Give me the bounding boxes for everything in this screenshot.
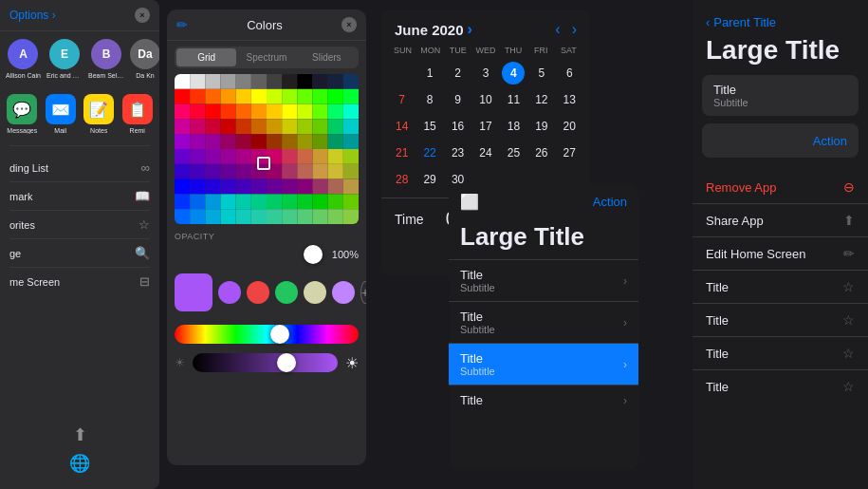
app-messages[interactable]: 💬 Messages	[6, 94, 39, 134]
nav-title-2-label: Title	[706, 313, 729, 328]
day-sat: SAT	[555, 44, 582, 57]
cal-day-15[interactable]: 15	[418, 115, 441, 138]
cal-day-17[interactable]: 17	[474, 115, 497, 138]
hue-thumb	[270, 325, 289, 344]
app-reminders[interactable]: 📋 Remi	[121, 94, 155, 134]
month-label: June 2020	[395, 22, 464, 38]
home-header: Options › ×	[0, 0, 159, 31]
app-mail[interactable]: ✉️ Mail	[45, 94, 78, 134]
nav-menu-item-title-1[interactable]: Title ☆	[693, 271, 868, 304]
options-button[interactable]: Options ›	[9, 9, 56, 22]
bottom-icon-2[interactable]: 🌐	[69, 453, 90, 474]
cal-day-25[interactable]: 25	[502, 141, 525, 164]
cal-day-23[interactable]: 23	[447, 141, 470, 164]
cal-day-9[interactable]: 9	[447, 88, 470, 111]
color-grid[interactable]	[175, 74, 359, 224]
cal-day-1[interactable]: 1	[418, 62, 441, 85]
cal-day-22[interactable]: 22	[418, 141, 441, 164]
list-item-page[interactable]: ge 🔍	[9, 239, 150, 268]
list-row-4[interactable]: Title ›	[449, 385, 638, 415]
swatch-light-purple[interactable]	[332, 281, 355, 304]
hue-slider-track[interactable]	[175, 325, 359, 344]
cal-day-26[interactable]: 26	[530, 141, 553, 164]
colors-close-button[interactable]: ×	[342, 17, 357, 32]
cal-day-27[interactable]: 27	[558, 141, 581, 164]
add-swatch-button[interactable]: +	[360, 281, 366, 304]
contact-allison[interactable]: A Allison Cain	[6, 39, 41, 79]
opacity-slider-track[interactable]	[175, 245, 323, 264]
cal-day-14[interactable]: 14	[391, 115, 414, 138]
list-action-button[interactable]: Action	[593, 195, 627, 209]
nav-action-button[interactable]: Action	[813, 134, 847, 148]
cal-day-10[interactable]: 10	[474, 88, 497, 111]
cal-day-13[interactable]: 13	[558, 88, 581, 111]
cal-day-2[interactable]: 2	[447, 62, 470, 85]
nav-title-3-label: Title	[706, 347, 729, 361]
cal-day-19[interactable]: 19	[530, 115, 553, 138]
breadcrumb-chevron-icon: ‹	[706, 15, 710, 29]
breadcrumb[interactable]: ‹ Parent Title	[693, 0, 868, 33]
nav-menu-item-edit[interactable]: Edit Home Screen ✏	[693, 237, 868, 271]
list-item-bookmark[interactable]: mark 📖	[9, 182, 150, 211]
tab-spectrum[interactable]: Spectrum	[236, 48, 296, 66]
colors-close-icon: ×	[346, 20, 351, 29]
home-close-button[interactable]: ×	[135, 8, 150, 23]
reminders-icon: 📋	[122, 94, 153, 124]
next-month-button[interactable]: ›	[572, 21, 577, 38]
swatch-tan[interactable]	[304, 281, 326, 304]
cal-day-20[interactable]: 20	[558, 115, 581, 138]
list-item-favorites[interactable]: orites ☆	[9, 211, 150, 239]
nav-menu-item-share[interactable]: Share App ⬆	[693, 204, 868, 237]
cal-day-11[interactable]: 11	[502, 88, 525, 111]
prev-month-button[interactable]: ‹	[555, 21, 560, 38]
nav-title-1-icon: ☆	[842, 279, 855, 294]
cal-day-4[interactable]: 4	[502, 62, 525, 85]
contact-beam[interactable]: B Beam Sellaudom	[88, 39, 124, 79]
month-expand-icon[interactable]: ›	[468, 21, 472, 38]
nav-action-row: Action	[702, 123, 859, 158]
nav-menu-item-remove[interactable]: Remove App ⊖	[693, 171, 868, 204]
cal-day-8[interactable]: 8	[418, 88, 441, 111]
nav-menu-item-title-3[interactable]: Title ☆	[693, 337, 868, 370]
cal-day-21[interactable]: 21	[391, 141, 414, 164]
cal-day-16[interactable]: 16	[447, 115, 470, 138]
list-item-homescreen[interactable]: me Screen ⊟	[9, 268, 150, 295]
nav-menu-item-title-4[interactable]: Title ☆	[693, 370, 868, 403]
list-row-1[interactable]: Title Subtitle ›	[449, 259, 638, 301]
contact-eric[interactable]: E Eric and Stella	[46, 39, 83, 79]
contact-da[interactable]: Da Da Kn	[130, 39, 159, 79]
swatch-purple[interactable]	[218, 281, 241, 304]
list-row-2-chevron: ›	[623, 316, 627, 329]
cal-day-18[interactable]: 18	[502, 115, 525, 138]
cal-day-24[interactable]: 24	[474, 141, 497, 164]
list-row-3[interactable]: Title Subtitle ›	[449, 343, 638, 385]
list-row-2[interactable]: Title Subtitle ›	[449, 301, 638, 343]
list-item-reading[interactable]: ding List ∞	[9, 154, 150, 182]
bottom-icon-1[interactable]: ⬆	[73, 424, 87, 445]
contact-allison-label: Allison Cain	[6, 72, 41, 79]
list-row-1-title: Title	[460, 268, 495, 282]
cal-day-12[interactable]: 12	[530, 88, 553, 111]
swatch-red[interactable]	[247, 281, 269, 304]
tab-sliders[interactable]: Sliders	[297, 48, 357, 66]
brightness-slider-track[interactable]	[193, 353, 338, 372]
sun-large-icon: ☀	[345, 354, 359, 372]
swatch-green[interactable]	[275, 281, 298, 304]
cal-day-5[interactable]: 5	[530, 62, 553, 85]
share-app-icon: ⬆	[843, 213, 855, 228]
app-notes[interactable]: 📝 Notes	[83, 94, 116, 134]
cal-day-6[interactable]: 6	[558, 62, 581, 85]
nav-menu-item-title-2[interactable]: Title ☆	[693, 304, 868, 337]
cal-day-3[interactable]: 3	[474, 62, 497, 85]
brightness-section: ☀ ☀	[167, 348, 366, 378]
calendar-header: June 2020 › ‹ ›	[381, 9, 590, 44]
cal-day-28[interactable]: 28	[391, 168, 414, 191]
avatar-da: Da	[130, 39, 159, 69]
colors-header: ✏ Colors ×	[167, 9, 366, 41]
cal-day-7[interactable]: 7	[391, 88, 414, 111]
calendar-grid: 1 2 3 4 5 6 7 8 9 10 11 12 13 14 15 16 1…	[381, 61, 590, 192]
tab-grid[interactable]: Grid	[176, 48, 236, 66]
nav-title-4-icon: ☆	[842, 379, 855, 394]
cal-day-29[interactable]: 29	[418, 168, 441, 191]
list-row-2-title: Title	[460, 310, 495, 324]
